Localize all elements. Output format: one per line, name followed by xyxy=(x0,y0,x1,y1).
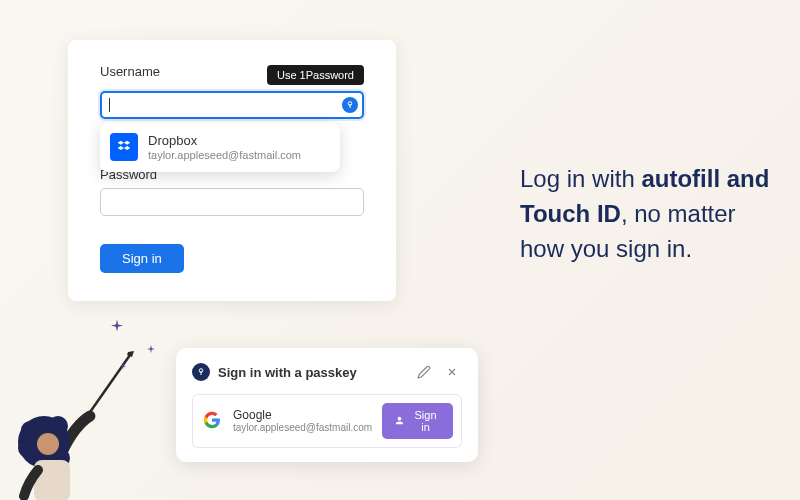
svg-point-10 xyxy=(21,421,39,439)
svg-point-7 xyxy=(18,438,38,458)
marketing-headline: Log in with autofill and Touch ID, no ma… xyxy=(520,162,780,266)
use-1password-tooltip[interactable]: Use 1Password xyxy=(267,65,364,85)
svg-point-11 xyxy=(37,433,59,455)
passkey-header-title: Sign in with a passkey xyxy=(218,365,406,380)
svg-point-8 xyxy=(48,416,68,436)
passkey-card: Sign in with a passkey Google taylor.app… xyxy=(176,348,478,462)
dropbox-icon xyxy=(110,133,138,161)
username-label: Username xyxy=(100,64,160,79)
suggestion-title: Dropbox xyxy=(148,133,301,149)
suggestion-email: taylor.appleseed@fastmail.com xyxy=(148,149,301,162)
headline-part1: Log in with xyxy=(520,165,641,192)
sparkle-icon xyxy=(118,358,128,376)
login-card: Username Use 1Password Dropbox taylor.ap… xyxy=(68,40,396,301)
sparkle-icon xyxy=(108,318,126,340)
autofill-suggestion[interactable]: Dropbox taylor.appleseed@fastmail.com xyxy=(100,123,340,172)
signin-button[interactable]: Sign in xyxy=(100,244,184,273)
close-icon[interactable] xyxy=(442,362,462,382)
edit-icon[interactable] xyxy=(414,362,434,382)
passkey-button-label: Sign in xyxy=(410,409,441,433)
passkey-signin-button[interactable]: Sign in xyxy=(382,403,453,439)
google-icon xyxy=(203,411,223,431)
person-illustration xyxy=(0,300,180,500)
passkey-provider-name: Google xyxy=(233,408,372,422)
person-icon xyxy=(394,415,405,428)
svg-rect-3 xyxy=(201,371,202,375)
sparkle-icon xyxy=(145,342,157,360)
svg-rect-1 xyxy=(350,104,351,108)
password-input[interactable] xyxy=(100,188,364,216)
onepassword-field-icon[interactable] xyxy=(342,97,358,113)
text-cursor xyxy=(109,98,110,112)
onepassword-logo-icon xyxy=(192,363,210,381)
username-input[interactable] xyxy=(100,91,364,119)
passkey-email: taylor.appleseed@fastmail.com xyxy=(233,422,372,434)
passkey-item[interactable]: Google taylor.appleseed@fastmail.com Sig… xyxy=(192,394,462,448)
svg-point-4 xyxy=(398,416,402,420)
